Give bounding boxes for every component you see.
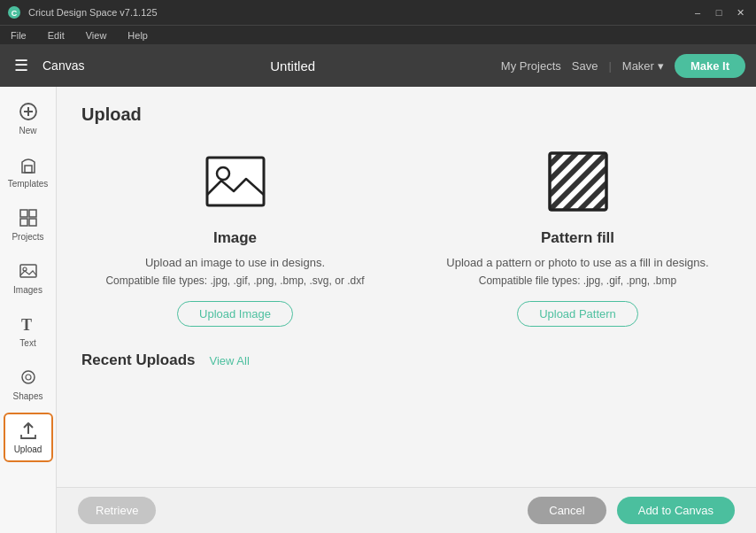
pattern-option-name: Pattern fill	[541, 229, 614, 247]
add-to-canvas-button[interactable]: Add to Canvas	[617, 497, 735, 524]
maker-label: Maker	[622, 59, 654, 73]
menu-bar: File Edit View Help	[0, 25, 756, 44]
sidebar-item-shapes[interactable]: Shapes	[4, 359, 53, 409]
maximize-button[interactable]: □	[710, 5, 728, 19]
upload-image-icon	[200, 146, 271, 217]
bottom-bar: Retrieve Cancel Add to Canvas	[57, 487, 756, 533]
make-it-button[interactable]: Make It	[675, 54, 745, 78]
header-center: Untitled	[84, 58, 500, 73]
sidebar-item-images-label: Images	[13, 285, 42, 295]
svg-rect-10	[20, 265, 36, 277]
recent-section: Recent Uploads View All	[81, 351, 731, 369]
app-header: ☰ Canvas Untitled My Projects Save | Mak…	[0, 44, 756, 87]
recent-uploads-title: Recent Uploads	[81, 351, 195, 369]
menu-file[interactable]: File	[7, 28, 30, 42]
image-option-name: Image	[213, 229, 257, 247]
svg-rect-19	[550, 153, 606, 210]
sidebar-item-new-label: New	[19, 126, 36, 135]
upload-icon	[19, 421, 38, 443]
close-button[interactable]: ✕	[731, 5, 749, 19]
upload-image-button[interactable]: Upload Image	[177, 301, 293, 327]
pattern-option-desc: Upload a pattern or photo to use as a fi…	[446, 256, 708, 269]
upload-panel: Upload Image Upload an image to use in d…	[57, 87, 756, 487]
sidebar-item-upload[interactable]: Upload	[4, 413, 53, 462]
project-title: Untitled	[270, 58, 315, 73]
svg-text:C: C	[12, 9, 18, 18]
maker-chevron-icon: ▾	[658, 59, 664, 73]
sidebar-item-text-label: Text	[19, 338, 35, 348]
title-bar-left: C Cricut Design Space v7.1.125	[7, 5, 158, 19]
shapes-icon	[19, 367, 38, 390]
pattern-option-compat: Compatible file types: .jpg, .gif, .png,…	[479, 274, 676, 287]
sidebar-item-templates-label: Templates	[8, 179, 49, 189]
sidebar-item-upload-label: Upload	[14, 444, 42, 454]
new-icon	[19, 102, 38, 124]
svg-rect-15	[207, 158, 264, 205]
svg-rect-8	[20, 219, 27, 226]
menu-edit[interactable]: Edit	[44, 28, 68, 42]
canvas-label: Canvas	[42, 58, 84, 73]
svg-point-13	[22, 371, 35, 383]
svg-rect-9	[29, 219, 36, 226]
cancel-button[interactable]: Cancel	[528, 497, 606, 524]
sidebar-item-text[interactable]: T Text	[4, 306, 53, 356]
my-projects-link[interactable]: My Projects	[501, 59, 561, 73]
sidebar-item-images[interactable]: Images	[4, 253, 53, 303]
sidebar: New Templates Projects	[0, 87, 57, 533]
menu-view[interactable]: View	[82, 28, 111, 42]
header-left: ☰ Canvas	[11, 52, 84, 79]
minimize-button[interactable]: –	[689, 5, 706, 19]
sidebar-item-projects[interactable]: Projects	[4, 200, 53, 250]
upload-pattern-icon	[543, 146, 613, 217]
svg-point-14	[26, 375, 31, 380]
content-area: Upload Image Upload an image to use in d…	[57, 87, 756, 533]
retrieve-button[interactable]: Retrieve	[78, 497, 156, 524]
image-option-compat: Compatible file types: .jpg, .gif, .png,…	[105, 274, 364, 287]
header-divider: |	[608, 59, 611, 73]
sidebar-item-new[interactable]: New	[4, 94, 53, 143]
upload-options: Image Upload an image to use in designs.…	[81, 146, 731, 327]
svg-rect-6	[20, 210, 27, 217]
text-icon: T	[19, 314, 38, 336]
maker-button[interactable]: Maker ▾	[622, 59, 664, 73]
upload-pattern-button[interactable]: Upload Pattern	[517, 301, 638, 327]
bottom-right: Cancel Add to Canvas	[528, 497, 735, 524]
view-all-link[interactable]: View All	[209, 354, 249, 367]
projects-icon	[19, 208, 38, 230]
upload-pattern-option: Pattern fill Upload a pattern or photo t…	[424, 146, 731, 327]
upload-image-option: Image Upload an image to use in designs.…	[81, 146, 389, 327]
svg-text:T: T	[21, 316, 32, 334]
upload-panel-title: Upload	[81, 104, 731, 125]
svg-rect-7	[29, 210, 36, 217]
save-link[interactable]: Save	[572, 59, 598, 73]
images-icon	[19, 261, 38, 283]
header-right: My Projects Save | Maker ▾ Make It	[501, 54, 745, 78]
app-title: Cricut Design Space v7.1.125	[28, 7, 158, 18]
hamburger-button[interactable]: ☰	[11, 52, 32, 79]
bottom-left: Retrieve	[78, 497, 156, 524]
sidebar-item-projects-label: Projects	[12, 232, 43, 242]
main-area: New Templates Projects	[0, 87, 756, 533]
title-bar: C Cricut Design Space v7.1.125 – □ ✕	[0, 0, 756, 25]
svg-rect-5	[25, 166, 32, 173]
sidebar-item-templates[interactable]: Templates	[4, 147, 53, 197]
window-controls: – □ ✕	[689, 5, 749, 19]
menu-help[interactable]: Help	[124, 28, 151, 42]
sidebar-item-shapes-label: Shapes	[13, 391, 43, 401]
image-option-desc: Upload an image to use in designs.	[145, 256, 325, 269]
app-logo-icon: C	[7, 5, 21, 19]
templates-icon	[19, 155, 38, 177]
